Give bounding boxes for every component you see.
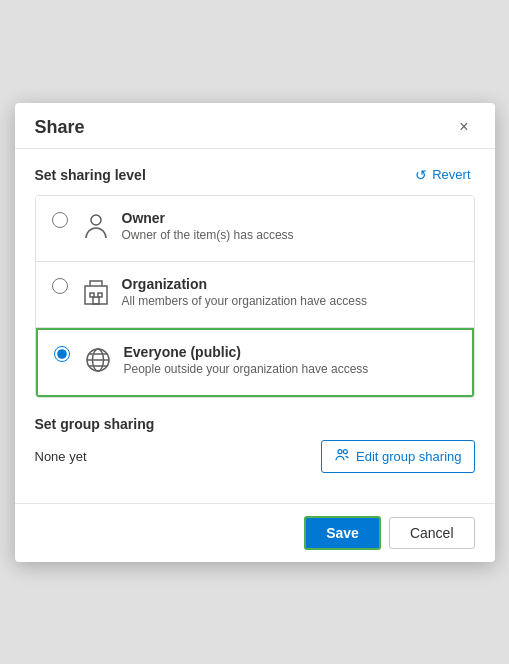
revert-button[interactable]: ↺ Revert [411, 165, 474, 185]
close-button[interactable]: × [453, 117, 474, 137]
group-sharing-section: Set group sharing None yet Edit group sh… [35, 416, 475, 477]
building-icon [80, 276, 112, 313]
owner-radio-wrap[interactable] [52, 212, 68, 232]
revert-label: Revert [432, 167, 470, 182]
svg-point-0 [91, 215, 101, 225]
group-sharing-row: None yet Edit group sharing [35, 440, 475, 473]
person-icon [80, 210, 112, 247]
cancel-button[interactable]: Cancel [389, 517, 475, 549]
everyone-option[interactable]: Everyone (public) People outside your or… [36, 328, 474, 397]
dialog-title: Share [35, 117, 85, 138]
everyone-option-content: Everyone (public) People outside your or… [124, 344, 456, 376]
everyone-desc: People outside your organization have ac… [124, 362, 456, 376]
org-radio-wrap[interactable] [52, 278, 68, 298]
dialog-header: Share × [15, 103, 495, 149]
owner-option[interactable]: Owner Owner of the item(s) has access [36, 196, 474, 262]
org-option-content: Organization All members of your organiz… [122, 276, 458, 308]
everyone-radio-wrap[interactable] [54, 346, 70, 366]
everyone-label: Everyone (public) [124, 344, 456, 360]
svg-point-11 [343, 449, 347, 453]
groups-icon [334, 447, 350, 466]
owner-label: Owner [122, 210, 458, 226]
sharing-level-header: Set sharing level ↺ Revert [35, 165, 475, 185]
org-desc: All members of your organization have ac… [122, 294, 458, 308]
group-sharing-title: Set group sharing [35, 416, 475, 432]
svg-rect-1 [85, 286, 107, 304]
svg-rect-4 [93, 297, 99, 304]
save-button[interactable]: Save [304, 516, 381, 550]
org-label: Organization [122, 276, 458, 292]
dialog-footer: Save Cancel [15, 503, 495, 562]
owner-radio[interactable] [52, 212, 68, 228]
owner-desc: Owner of the item(s) has access [122, 228, 458, 242]
globe-icon [82, 344, 114, 381]
revert-icon: ↺ [415, 167, 427, 183]
org-radio[interactable] [52, 278, 68, 294]
edit-group-sharing-label: Edit group sharing [356, 449, 462, 464]
sharing-options-list: Owner Owner of the item(s) has access [35, 195, 475, 398]
edit-group-sharing-button[interactable]: Edit group sharing [321, 440, 475, 473]
owner-option-content: Owner Owner of the item(s) has access [122, 210, 458, 242]
organization-option[interactable]: Organization All members of your organiz… [36, 262, 474, 328]
none-yet-label: None yet [35, 449, 87, 464]
everyone-radio[interactable] [54, 346, 70, 362]
svg-point-10 [338, 449, 342, 453]
share-dialog: Share × Set sharing level ↺ Revert [15, 103, 495, 562]
dialog-body: Set sharing level ↺ Revert Own [15, 149, 495, 493]
sharing-level-title: Set sharing level [35, 167, 146, 183]
